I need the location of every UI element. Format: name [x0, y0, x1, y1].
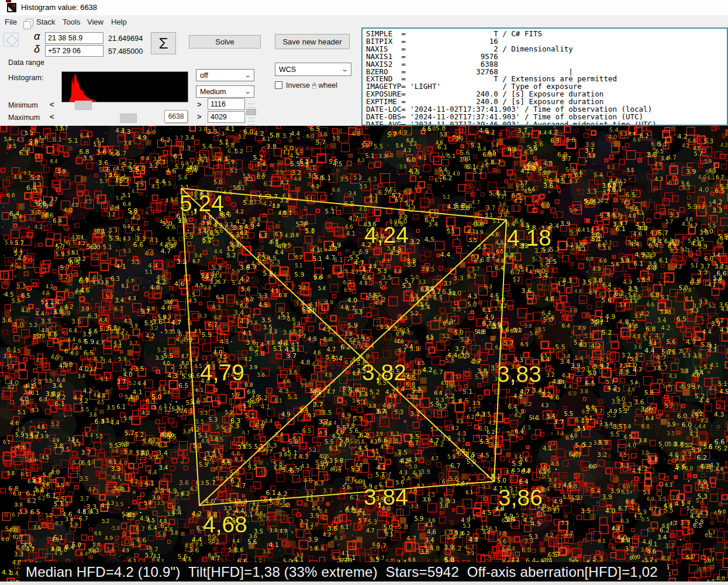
- menu-item-stack[interactable]: Stack: [36, 18, 56, 26]
- alpha-label: α: [34, 30, 40, 43]
- inverse-wheel-label: Inverse 🖱 wheel: [286, 81, 337, 90]
- window-edge-fragment: [6, 0, 11, 2]
- menu-item-tools[interactable]: Tools: [63, 18, 80, 26]
- ra-decimal-value: 21.649694: [108, 35, 143, 43]
- chevron-down-icon: ⌄: [244, 88, 251, 95]
- maximum-slider-thumb[interactable]: [120, 113, 137, 123]
- star-field-image[interactable]: [0, 126, 728, 585]
- inverse-wheel-checkbox[interactable]: [275, 81, 282, 89]
- dec-input[interactable]: [45, 45, 103, 57]
- chevron-down-icon: ⌄: [244, 71, 251, 79]
- menu-item-view[interactable]: View: [87, 18, 103, 26]
- histogram-value-tooltip: 6638: [164, 110, 188, 123]
- wcs-dropdown[interactable]: WCS ⌄: [275, 63, 351, 76]
- histogram-curve: [62, 72, 188, 102]
- menu-item-help[interactable]: Help: [111, 18, 127, 26]
- status-bar-text: Median HFD=4.2 (10.9") Tilt[HFD]=1,38 (3…: [20, 564, 658, 580]
- quality-dropdown[interactable]: Medium ⌄: [196, 85, 254, 98]
- minimum-value-input[interactable]: [208, 98, 245, 110]
- minimum-label: Minimum: [8, 101, 38, 109]
- wcs-dropdown-value: WCS: [279, 66, 296, 74]
- ra-input[interactable]: [45, 32, 103, 44]
- fits-header-text[interactable]: SIMPLE = T / C# FITS BITPIX = 16 NAXIS =…: [363, 29, 727, 126]
- app-icon: [7, 3, 16, 12]
- chevron-down-icon: ⌄: [341, 66, 349, 73]
- window-bottom-edge: [0, 581, 728, 585]
- save-new-header-button[interactable]: Save new header: [275, 34, 350, 49]
- menu-bar: File Stack Tools View Help: [0, 15, 728, 28]
- maximum-value-input[interactable]: [208, 111, 245, 123]
- menu-item-file[interactable]: File: [5, 18, 17, 26]
- sigma-stack-button[interactable]: Σ: [151, 32, 176, 54]
- stretch-dropdown[interactable]: off ⌄: [196, 69, 254, 81]
- dec-decimal-value: 57.485000: [108, 47, 143, 56]
- title-bar: Histogram value: 6638: [0, 0, 728, 15]
- mark-position-button[interactable]: [4, 33, 19, 47]
- stack-icon: [26, 19, 33, 27]
- minimum-increase-arrow[interactable]: >: [197, 100, 202, 109]
- app-window: Histogram value: 6638 File Stack Tools V…: [0, 0, 728, 585]
- maximum-label: Maximum: [8, 113, 40, 122]
- solve-button[interactable]: Solve: [189, 35, 261, 49]
- window-title: Histogram value: 6638: [21, 3, 97, 12]
- maximum-increase-arrow[interactable]: >: [197, 112, 202, 121]
- stretch-dropdown-value: off: [200, 71, 208, 80]
- data-range-label: Data range: [8, 58, 44, 67]
- range-fine-slider-thumb[interactable]: [246, 109, 256, 115]
- status-bar: Median HFD=4.2 (10.9") Tilt[HFD]=1,38 (3…: [20, 562, 667, 582]
- histogram-label: Histogram:: [8, 74, 43, 82]
- quality-dropdown-value: Medium: [200, 88, 226, 96]
- minimum-decrease-arrow[interactable]: <: [50, 100, 54, 109]
- minimum-slider-thumb[interactable]: [75, 101, 92, 110]
- maximum-decrease-arrow[interactable]: <: [50, 112, 54, 121]
- fits-header-panel[interactable]: SIMPLE = T / C# FITS BITPIX = 16 NAXIS =…: [361, 27, 728, 126]
- histogram-display[interactable]: [61, 71, 188, 102]
- delta-label: δ: [34, 43, 40, 56]
